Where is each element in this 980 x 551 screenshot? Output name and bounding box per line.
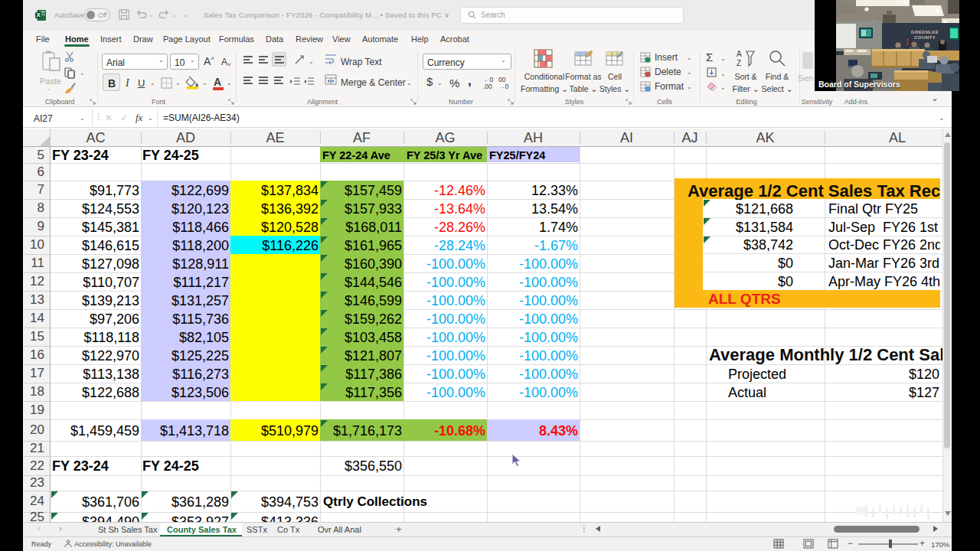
svg-text:GREENLEE: GREENLEE	[911, 29, 939, 34]
svg-text:Z: Z	[737, 59, 741, 67]
svg-text:X: X	[37, 11, 41, 18]
svg-text:A: A	[737, 50, 742, 58]
svg-text:COUNTY: COUNTY	[914, 34, 936, 40]
